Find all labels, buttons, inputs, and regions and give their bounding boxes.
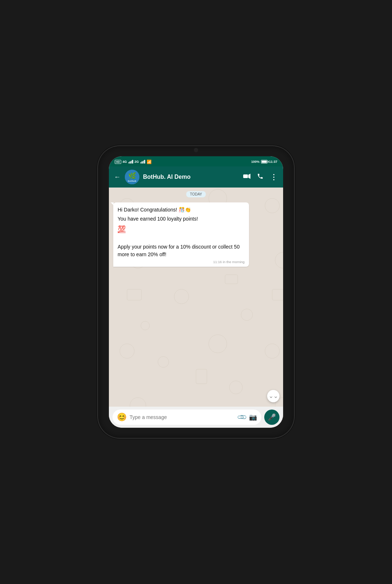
scroll-down-button[interactable]: ⌄⌄: [267, 390, 279, 402]
header-info: BotHub. AI Demo: [143, 173, 240, 180]
camera-dot: [194, 148, 198, 152]
wifi-icon: 📶: [147, 160, 152, 164]
hd-indicator: HD: [115, 160, 121, 164]
message-bubble: Hi Darko! Congratulations! 🎊👏 You have e…: [113, 202, 249, 267]
signal-bars-2: [140, 160, 145, 164]
message-line2: You have earned 100 loyalty points!: [118, 215, 245, 223]
battery-percent: 100%: [251, 160, 260, 164]
back-button[interactable]: ←: [114, 173, 121, 181]
chevron-down-icon: ⌄⌄: [269, 393, 278, 399]
svg-marker-1: [248, 174, 250, 179]
header-icons: ⋮: [243, 173, 278, 181]
message-timestamp: 11:16 in the morning: [118, 260, 245, 264]
network2-indicator: 2G: [135, 160, 139, 164]
phone-screen: HD 4G 2G 📶 100%: [109, 156, 283, 428]
message-hundred: 💯: [118, 224, 245, 234]
menu-icon[interactable]: ⋮: [270, 173, 278, 181]
video-call-icon[interactable]: [243, 174, 250, 180]
avatar-label: bothub: [128, 180, 136, 182]
status-left: HD 4G 2G 📶: [115, 160, 152, 164]
message-input[interactable]: [130, 414, 235, 420]
message-input-wrapper: 😊 📎 📷: [113, 410, 261, 425]
network1-indicator: 4G: [123, 160, 127, 164]
status-right: 100% 11:37: [251, 160, 277, 164]
date-badge-text: TODAY: [186, 191, 206, 197]
camera-icon[interactable]: 📷: [249, 413, 257, 421]
emoji-button[interactable]: 😊: [117, 412, 127, 422]
contact-name: BotHub. AI Demo: [143, 173, 240, 180]
message-text: Hi Darko! Congratulations! 🎊👏 You have e…: [118, 206, 245, 258]
svg-rect-0: [243, 174, 248, 178]
phone-frame: HD 4G 2G 📶 100%: [98, 146, 294, 438]
status-bar: HD 4G 2G 📶 100%: [109, 156, 283, 166]
mic-icon: 🎤: [268, 413, 276, 421]
battery-icon: [261, 160, 268, 164]
avatar-icon: 🌿: [128, 172, 136, 180]
date-badge: TODAY: [113, 191, 279, 197]
message-line1: Hi Darko! Congratulations! 🎊👏: [118, 206, 245, 214]
attach-icon[interactable]: 📎: [236, 411, 248, 423]
avatar: 🌿 bothub: [125, 170, 139, 184]
message-line3: Apply your points now for a 10% discount…: [118, 243, 245, 258]
phone-call-icon[interactable]: [257, 173, 264, 181]
signal-bars-1: [128, 160, 133, 164]
time-display: 11:37: [269, 160, 277, 164]
input-bar: 😊 📎 📷 🎤: [109, 407, 283, 428]
hundred-emoji: 💯: [118, 225, 126, 233]
chat-body: TODAY Hi Darko! Congratulations! 🎊👏 You …: [109, 188, 283, 407]
chat-header: ← 🌿 bothub BotHub. AI Demo: [109, 166, 283, 188]
mic-button[interactable]: 🎤: [264, 410, 279, 425]
